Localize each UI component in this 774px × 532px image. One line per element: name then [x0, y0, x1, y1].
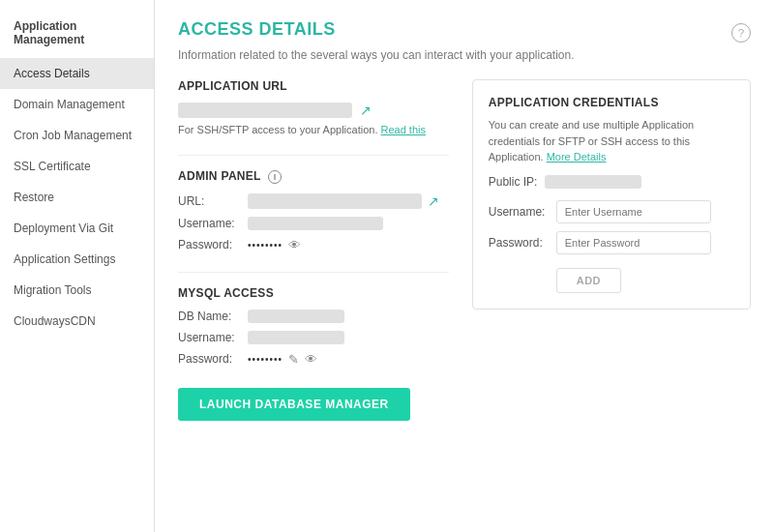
- content-grid: APPLICATION URL ↗ For SSH/SFTP access to…: [178, 79, 751, 440]
- mysql-password-show-icon[interactable]: 👁: [305, 352, 317, 367]
- admin-password-value: •••••••• 👁: [248, 238, 301, 252]
- sidebar-item-migration-tools[interactable]: Migration Tools: [0, 275, 154, 306]
- cred-username-row: Username:: [489, 200, 734, 223]
- credentials-panel: APPLICATION CREDENTIALS You can create a…: [472, 79, 751, 310]
- app-url-section: APPLICATION URL ↗ For SSH/SFTP access to…: [178, 79, 449, 135]
- cred-password-row: Password:: [489, 231, 734, 254]
- sidebar-item-application-settings[interactable]: Application Settings: [0, 244, 154, 275]
- admin-panel-section: ADMIN PANEL i URL: ↗ Username:: [178, 169, 449, 252]
- cred-password-input[interactable]: [556, 231, 711, 254]
- admin-password-label: Password:: [178, 238, 248, 251]
- page-title: ACCESS DETAILS: [178, 19, 336, 40]
- app-url-field: ↗: [178, 103, 449, 118]
- admin-password-row: Password: •••••••• 👁: [178, 238, 449, 252]
- db-name-blurred: [248, 310, 344, 323]
- mysql-password-value: •••••••• ✎ 👁: [248, 352, 317, 367]
- add-credential-button[interactable]: ADD: [556, 268, 621, 293]
- mysql-title: MYSQL ACCESS: [178, 286, 449, 300]
- sidebar: Application Management Access Details Do…: [0, 0, 155, 532]
- app-url-blurred: [178, 103, 352, 118]
- admin-panel-title: ADMIN PANEL i: [178, 169, 449, 184]
- db-name-row: DB Name:: [178, 310, 449, 323]
- cred-username-input[interactable]: [556, 200, 711, 223]
- mysql-username-blurred: [248, 331, 344, 344]
- mysql-username-label: Username:: [178, 331, 248, 344]
- mysql-section: MYSQL ACCESS DB Name: Username: Password…: [178, 286, 449, 421]
- cred-password-label: Password:: [489, 236, 556, 250]
- mysql-password-edit-icon[interactable]: ✎: [288, 352, 299, 367]
- mysql-password-dots: ••••••••: [248, 354, 283, 365]
- main-content: ACCESS DETAILS ? Information related to …: [155, 0, 774, 532]
- mysql-username-row: Username:: [178, 331, 449, 344]
- sidebar-item-cron-job-management[interactable]: Cron Job Management: [0, 120, 154, 151]
- mysql-password-row: Password: •••••••• ✎ 👁: [178, 352, 449, 367]
- admin-url-value: ↗: [248, 193, 439, 209]
- ssh-note: For SSH/SFTP access to your Application.…: [178, 124, 449, 135]
- page-subtitle: Information related to the several ways …: [178, 48, 751, 62]
- admin-username-value: [248, 217, 383, 230]
- credentials-title: APPLICATION CREDENTIALS: [489, 96, 734, 109]
- public-ip-row: Public IP:: [489, 175, 734, 189]
- read-this-link[interactable]: Read this: [381, 124, 426, 135]
- divider-1: [178, 155, 449, 156]
- help-icon[interactable]: ?: [731, 23, 751, 43]
- admin-username-label: Username:: [178, 217, 248, 230]
- admin-panel-info-icon[interactable]: i: [268, 170, 282, 184]
- launch-database-manager-button[interactable]: LAUNCH DATABASE MANAGER: [178, 388, 410, 421]
- sidebar-item-deployment-via-git[interactable]: Deployment Via Git: [0, 213, 154, 244]
- db-name-value: [248, 310, 344, 323]
- admin-url-blurred: [248, 193, 422, 209]
- public-ip-blurred: [545, 175, 641, 189]
- sidebar-item-access-details[interactable]: Access Details: [0, 58, 154, 89]
- admin-password-dots: ••••••••: [248, 240, 283, 251]
- cred-username-label: Username:: [489, 205, 556, 219]
- more-details-link[interactable]: More Details: [547, 151, 607, 163]
- mysql-username-value: [248, 331, 344, 344]
- admin-url-row: URL: ↗: [178, 193, 449, 209]
- admin-url-external-link-icon[interactable]: ↗: [428, 193, 439, 209]
- page-header: ACCESS DETAILS ?: [178, 19, 751, 43]
- db-name-label: DB Name:: [178, 310, 248, 323]
- admin-username-blurred: [248, 217, 383, 230]
- public-ip-label: Public IP:: [489, 175, 538, 189]
- mysql-password-label: Password:: [178, 352, 248, 366]
- left-column: APPLICATION URL ↗ For SSH/SFTP access to…: [178, 79, 449, 440]
- sidebar-item-ssl-certificate[interactable]: SSL Certificate: [0, 151, 154, 182]
- sidebar-item-cloudwayscdn[interactable]: CloudwaysCDN: [0, 306, 154, 337]
- admin-username-row: Username:: [178, 217, 449, 230]
- app-url-title: APPLICATION URL: [178, 79, 449, 93]
- sidebar-item-restore[interactable]: Restore: [0, 182, 154, 213]
- sidebar-title: Application Management: [0, 10, 154, 58]
- admin-password-show-icon[interactable]: 👁: [288, 238, 301, 252]
- admin-url-label: URL:: [178, 194, 248, 208]
- sidebar-item-domain-management[interactable]: Domain Management: [0, 89, 154, 120]
- divider-2: [178, 272, 449, 273]
- credentials-desc: You can create and use multiple Applicat…: [489, 117, 734, 165]
- app-url-external-link-icon[interactable]: ↗: [360, 103, 372, 118]
